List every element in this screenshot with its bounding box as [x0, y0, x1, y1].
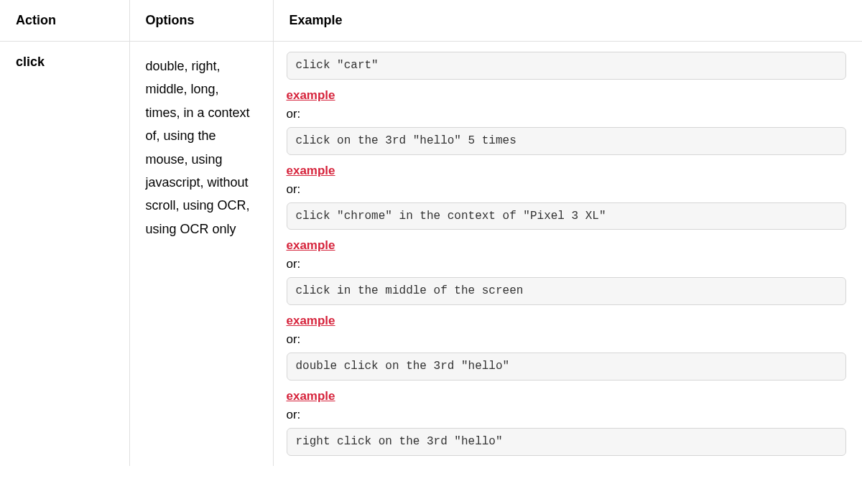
or-text: or: — [287, 182, 847, 197]
action-name: click — [16, 55, 45, 69]
actions-table: Action Options Example click double, rig… — [0, 0, 862, 466]
example-group: click "chrome" in the context of "Pixel … — [287, 202, 847, 272]
header-example: Example — [273, 0, 862, 42]
or-text: or: — [287, 257, 847, 271]
code-block: right click on the 3rd "hello" — [287, 428, 847, 456]
code-block: double click on the 3rd "hello" — [287, 353, 847, 381]
cell-action: click — [0, 42, 129, 466]
example-group: click on the 3rd "hello" 5 times example… — [287, 127, 847, 197]
example-link[interactable]: example — [287, 164, 335, 178]
cell-example: click "cart" example or: click on the 3r… — [273, 42, 862, 466]
header-options: Options — [129, 0, 273, 42]
options-text: double, right, middle, long, times, in a… — [146, 59, 250, 236]
or-text: or: — [287, 107, 847, 121]
code-block: click in the middle of the screen — [287, 277, 847, 305]
table-row: click double, right, middle, long, times… — [0, 42, 862, 466]
or-text: or: — [287, 408, 847, 422]
example-group: click in the middle of the screen exampl… — [287, 277, 847, 347]
code-block: click "chrome" in the context of "Pixel … — [287, 202, 847, 230]
code-block: click "cart" — [287, 52, 847, 80]
example-link[interactable]: example — [287, 389, 335, 403]
example-link[interactable]: example — [287, 238, 335, 253]
cell-options: double, right, middle, long, times, in a… — [129, 42, 273, 466]
or-text: or: — [287, 332, 847, 347]
header-action: Action — [0, 0, 129, 42]
example-group: double click on the 3rd "hello" example … — [287, 353, 847, 422]
table-header-row: Action Options Example — [0, 0, 862, 42]
code-block: click on the 3rd "hello" 5 times — [287, 127, 847, 155]
example-link[interactable]: example — [287, 88, 335, 103]
example-group: click "cart" example or: — [287, 52, 847, 121]
example-link[interactable]: example — [287, 314, 335, 328]
example-group: right click on the 3rd "hello" — [287, 428, 847, 456]
